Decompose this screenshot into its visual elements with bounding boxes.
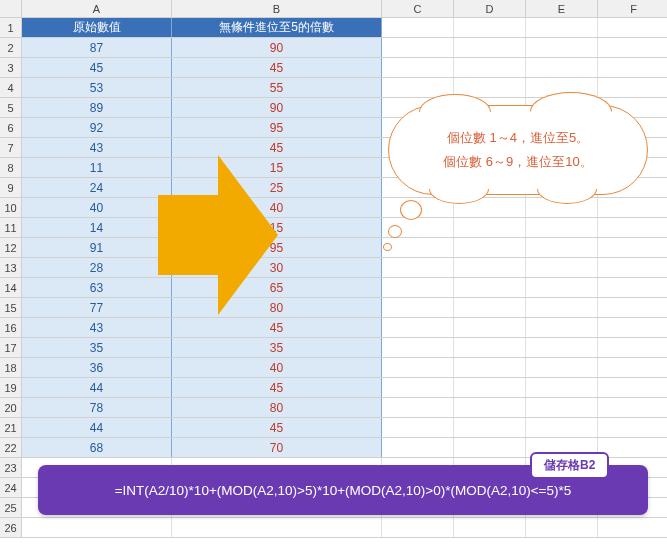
cell[interactable] xyxy=(454,358,526,377)
col-header-a[interactable]: A xyxy=(22,0,172,17)
cell[interactable] xyxy=(598,78,667,97)
cell[interactable] xyxy=(598,198,667,217)
cell[interactable] xyxy=(454,238,526,257)
cell[interactable] xyxy=(598,378,667,397)
cell[interactable] xyxy=(454,18,526,37)
select-all-corner[interactable] xyxy=(0,0,22,17)
cell-rounded[interactable]: 95 xyxy=(172,118,382,137)
cell[interactable] xyxy=(454,378,526,397)
cell[interactable] xyxy=(526,258,598,277)
row-header[interactable]: 2 xyxy=(0,38,22,57)
cell[interactable] xyxy=(382,358,454,377)
cell[interactable] xyxy=(526,218,598,237)
cell[interactable] xyxy=(382,58,454,77)
cell-original[interactable]: 43 xyxy=(22,138,172,157)
cell-rounded[interactable]: 45 xyxy=(172,318,382,337)
cell[interactable] xyxy=(526,378,598,397)
row-header[interactable]: 13 xyxy=(0,258,22,277)
cell[interactable] xyxy=(382,38,454,57)
cell[interactable] xyxy=(382,438,454,457)
cell[interactable] xyxy=(598,338,667,357)
col-header-c[interactable]: C xyxy=(382,0,454,17)
cell[interactable] xyxy=(526,338,598,357)
row-header[interactable]: 16 xyxy=(0,318,22,337)
cell[interactable] xyxy=(454,318,526,337)
cell[interactable] xyxy=(382,518,454,537)
cell-original[interactable]: 28 xyxy=(22,258,172,277)
cell[interactable] xyxy=(454,438,526,457)
row-header[interactable]: 3 xyxy=(0,58,22,77)
cell[interactable] xyxy=(382,378,454,397)
cell[interactable] xyxy=(382,18,454,37)
row-header[interactable]: 6 xyxy=(0,118,22,137)
row-header[interactable]: 18 xyxy=(0,358,22,377)
cell-original[interactable]: 44 xyxy=(22,378,172,397)
cell[interactable] xyxy=(382,258,454,277)
cell[interactable] xyxy=(598,38,667,57)
row-header[interactable]: 19 xyxy=(0,378,22,397)
cell[interactable] xyxy=(526,58,598,77)
cell-original[interactable]: 89 xyxy=(22,98,172,117)
cell-rounded[interactable]: 45 xyxy=(172,418,382,437)
cell-original[interactable]: 91 xyxy=(22,238,172,257)
cell[interactable] xyxy=(454,418,526,437)
cell-rounded[interactable]: 35 xyxy=(172,338,382,357)
cell[interactable] xyxy=(526,418,598,437)
cell-original[interactable]: 36 xyxy=(22,358,172,377)
cell[interactable] xyxy=(454,38,526,57)
cell[interactable] xyxy=(382,318,454,337)
cell-original[interactable]: 63 xyxy=(22,278,172,297)
cell[interactable] xyxy=(598,258,667,277)
row-header[interactable]: 25 xyxy=(0,498,22,517)
row-header[interactable]: 22 xyxy=(0,438,22,457)
cell[interactable] xyxy=(598,418,667,437)
table-header-a[interactable]: 原始數值 xyxy=(22,18,172,37)
cell[interactable] xyxy=(454,398,526,417)
cell-original[interactable]: 77 xyxy=(22,298,172,317)
row-header[interactable]: 5 xyxy=(0,98,22,117)
cell-original[interactable]: 78 xyxy=(22,398,172,417)
cell[interactable] xyxy=(598,438,667,457)
cell[interactable] xyxy=(598,278,667,297)
row-header[interactable]: 24 xyxy=(0,478,22,497)
cell-original[interactable]: 35 xyxy=(22,338,172,357)
row-header[interactable]: 20 xyxy=(0,398,22,417)
row-header[interactable]: 21 xyxy=(0,418,22,437)
cell[interactable] xyxy=(526,38,598,57)
cell-original[interactable]: 14 xyxy=(22,218,172,237)
cell[interactable] xyxy=(598,398,667,417)
row-header[interactable]: 11 xyxy=(0,218,22,237)
cell-original[interactable]: 68 xyxy=(22,438,172,457)
cell[interactable] xyxy=(526,278,598,297)
cell[interactable] xyxy=(382,238,454,257)
row-header[interactable]: 17 xyxy=(0,338,22,357)
cell-original[interactable]: 40 xyxy=(22,198,172,217)
cell[interactable] xyxy=(22,518,172,537)
cell[interactable] xyxy=(172,518,382,537)
cell[interactable] xyxy=(526,18,598,37)
col-header-f[interactable]: F xyxy=(598,0,667,17)
cell[interactable] xyxy=(454,218,526,237)
cell-original[interactable]: 43 xyxy=(22,318,172,337)
cell-original[interactable]: 11 xyxy=(22,158,172,177)
cell[interactable] xyxy=(454,278,526,297)
cell-original[interactable]: 92 xyxy=(22,118,172,137)
row-header[interactable]: 8 xyxy=(0,158,22,177)
row-header[interactable]: 15 xyxy=(0,298,22,317)
cell[interactable] xyxy=(526,318,598,337)
cell-rounded[interactable]: 55 xyxy=(172,78,382,97)
cell[interactable] xyxy=(526,358,598,377)
row-header[interactable]: 7 xyxy=(0,138,22,157)
row-header[interactable]: 9 xyxy=(0,178,22,197)
cell[interactable] xyxy=(598,318,667,337)
table-header-b[interactable]: 無條件進位至5的倍數 xyxy=(172,18,382,37)
col-header-b[interactable]: B xyxy=(172,0,382,17)
cell[interactable] xyxy=(598,18,667,37)
cell[interactable] xyxy=(382,398,454,417)
cell-original[interactable]: 44 xyxy=(22,418,172,437)
cell[interactable] xyxy=(526,398,598,417)
cell-rounded[interactable]: 80 xyxy=(172,398,382,417)
cell[interactable] xyxy=(454,298,526,317)
cell-rounded[interactable]: 40 xyxy=(172,358,382,377)
cell[interactable] xyxy=(598,58,667,77)
